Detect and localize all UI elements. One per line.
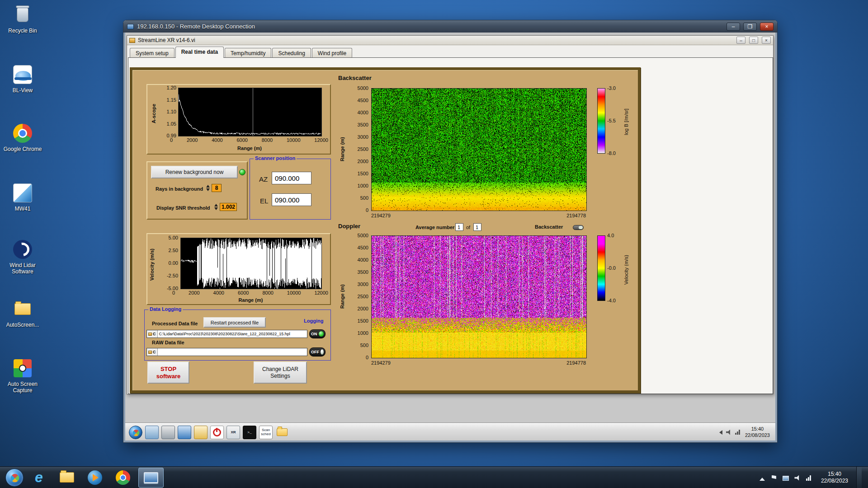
velocity-plot-canvas	[180, 238, 322, 289]
off-label: OFF	[311, 350, 319, 354]
tray-up-chevron-icon[interactable]	[759, 474, 766, 481]
scan-sched-icon[interactable]: Scan sched	[259, 426, 273, 439]
app-titlebar[interactable]: StreamLine XR v14-6.vi – □ ×	[127, 36, 773, 45]
renew-background-button[interactable]: Renew background now	[151, 166, 238, 178]
data-logging-group: Data Logging Processed Data file Restart…	[144, 310, 331, 361]
auto-screen-capture-icon	[12, 358, 33, 379]
tick-label: 3000	[358, 134, 368, 140]
tick-label: 0	[366, 207, 368, 213]
el-value[interactable]: 090.000	[272, 193, 311, 206]
remote-start-button[interactable]	[129, 426, 142, 439]
desktop-icon-auto-screen-capture[interactable]: Auto Screen Capture	[0, 358, 45, 394]
off-knob	[321, 349, 324, 355]
snr-spinner[interactable]	[213, 203, 218, 211]
desktop-icon-label: AutoScreen...	[6, 322, 39, 328]
on-label: ON	[311, 332, 317, 336]
xr-app-icon[interactable]: XR	[226, 426, 240, 439]
change-lidar-settings-button[interactable]: Change LiDARSettings	[254, 361, 307, 384]
processed-logging-toggle[interactable]: ON	[309, 329, 326, 338]
az-value[interactable]: 090.000	[272, 172, 311, 184]
ie-icon: e	[35, 469, 43, 486]
taskbar-chrome[interactable]	[110, 468, 136, 488]
raw-data-file-label: RAW Data file	[152, 340, 184, 345]
network-icon[interactable]	[735, 430, 741, 435]
mw41-icon	[12, 183, 33, 203]
restart-processed-file-button[interactable]: Restart processed file	[203, 317, 266, 328]
raw-logging-toggle[interactable]: OFF	[309, 347, 326, 357]
tray-volume-icon[interactable]	[794, 474, 801, 481]
tick-label: -0.0	[607, 265, 622, 271]
tick-label: 12000	[314, 290, 328, 296]
rdp-minimize-button[interactable]: –	[726, 23, 740, 31]
tab-temp-humidity[interactable]: Temp/humidity	[225, 48, 271, 58]
stop-software-button[interactable]: STOPsoftware	[147, 361, 189, 384]
rdp-close-button[interactable]: ×	[760, 23, 774, 31]
average-total-value[interactable]: 1	[473, 223, 481, 231]
rays-spinner[interactable]	[205, 184, 210, 192]
dual-monitor-icon[interactable]	[178, 426, 191, 439]
backscatter-xstart: 2194279	[371, 213, 391, 218]
desktop-icon-label: Wind Lidar Software	[0, 262, 45, 275]
tick-label: 5000	[358, 233, 368, 238]
average-number-value[interactable]: 1	[455, 223, 463, 231]
printer-icon[interactable]	[161, 426, 175, 439]
tab-wind-profile[interactable]: Wind profile	[312, 48, 352, 58]
velocity-xticks: 020004000600080001000012000	[172, 290, 328, 296]
explorer-folder-icon	[60, 472, 74, 483]
rdp-titlebar[interactable]: 192.168.0.150 - Remote Desktop Connectio…	[123, 20, 777, 33]
ascope-group: A-scope 1.201.151.101.050.99 02000400060…	[146, 84, 331, 155]
desktop-icon-label: BL-View	[13, 87, 33, 94]
tick-label: 1.05	[167, 121, 176, 127]
tick-label: 0	[170, 137, 173, 143]
tab-system-setup[interactable]: System setup	[130, 48, 175, 58]
processed-path-field[interactable]: C C:\Lidar\Data\Proc\2023\202308\2023082…	[146, 330, 307, 338]
tick-label: 1500	[358, 318, 368, 324]
desktop-icon-mw41[interactable]: MW41	[0, 183, 45, 212]
doppler-yticks: 5000450040003500300025002000150010005000	[349, 233, 368, 360]
tab-strip: System setup Real time data Temp/humidit…	[130, 46, 353, 58]
tick-label: 2000	[189, 290, 199, 296]
average-number-label: Average number	[415, 225, 454, 230]
taskbar-explorer[interactable]	[54, 468, 80, 488]
desktop-icon-bl-view[interactable]: BL-View	[0, 64, 45, 94]
console-icon[interactable]: >_	[243, 426, 256, 439]
desktop-icon-recycle-bin[interactable]: Recycle Bin	[0, 5, 45, 34]
tick-label: 500	[360, 343, 368, 348]
tray-chevron-icon[interactable]	[719, 430, 722, 435]
tray-rdp-icon[interactable]	[782, 474, 789, 481]
desktop-icon-wind-lidar[interactable]: Wind Lidar Software	[0, 239, 45, 275]
taskbar-clock[interactable]: 15:40 22/08/2023	[817, 471, 852, 484]
app-restore-button[interactable]: □	[749, 37, 758, 44]
tick-label: 2000	[358, 159, 368, 164]
scanner-position-group: Scanner position AZ 090.000 EL 090.000	[250, 159, 331, 220]
volume-icon[interactable]	[726, 430, 731, 435]
notes-icon[interactable]	[194, 426, 208, 439]
backscatter-toggle[interactable]	[573, 225, 584, 230]
taskbar-ie[interactable]: e	[26, 468, 52, 488]
power-icon[interactable]	[210, 426, 224, 439]
tray-network-icon[interactable]	[806, 474, 813, 481]
rdp-window-icon	[127, 24, 134, 29]
desktop-icon-autoscreen[interactable]: AutoScreen...	[0, 299, 45, 328]
raw-path-field[interactable]: C	[146, 348, 307, 356]
rdp-maximize-button[interactable]: ❐	[743, 23, 757, 31]
remote-clock[interactable]: 15:40 22/08/2023	[745, 426, 772, 439]
drive-chip[interactable]: C	[147, 348, 158, 356]
tab-real-time-data[interactable]: Real time data	[175, 47, 224, 58]
remote-folder-icon[interactable]	[275, 426, 289, 439]
taskbar-media-player[interactable]	[82, 468, 108, 488]
window-app-icon[interactable]	[145, 426, 159, 439]
tick-label: 4000	[358, 110, 368, 115]
drive-chip[interactable]: C	[147, 330, 158, 338]
rays-value[interactable]: 8	[212, 184, 222, 192]
taskbar-rdp[interactable]	[138, 468, 164, 488]
app-close-button[interactable]: ×	[762, 37, 771, 44]
start-button[interactable]	[5, 469, 24, 487]
tab-scheduling[interactable]: Scheduling	[272, 48, 311, 58]
ascope-ylabel: A-scope	[151, 94, 156, 133]
snr-threshold-value[interactable]: 1.002	[220, 203, 237, 211]
app-minimize-button[interactable]: –	[736, 37, 745, 44]
action-center-flag-icon[interactable]	[770, 474, 778, 481]
show-desktop-button[interactable]	[856, 467, 862, 488]
desktop-icon-google-chrome[interactable]: Google Chrome	[0, 123, 45, 152]
